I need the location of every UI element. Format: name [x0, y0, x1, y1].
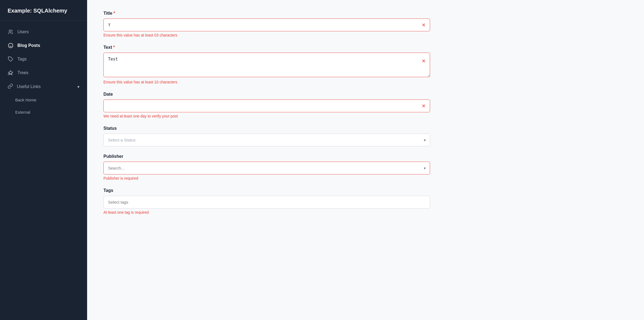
date-field-group: Date ✕ We need at least one day to verif…: [103, 92, 430, 118]
sidebar-item-useful-links-label: Useful Links: [17, 84, 41, 89]
tag-icon: [8, 56, 14, 62]
app-title: Example: SQLAlchemy: [0, 0, 87, 21]
date-clear-button[interactable]: ✕: [421, 103, 426, 109]
tree-icon: [8, 70, 14, 76]
title-label: Title *: [103, 11, 430, 16]
text-required-marker: *: [113, 45, 115, 50]
title-field-group: Title * ✕ Ensure this value has at least…: [103, 11, 430, 37]
title-input[interactable]: [103, 19, 430, 31]
sidebar-item-trees[interactable]: Trees: [0, 66, 87, 80]
date-input-wrapper: ✕: [103, 99, 430, 112]
blog-icon: [8, 43, 14, 49]
sidebar-item-external[interactable]: External: [0, 106, 87, 118]
svg-marker-5: [8, 71, 13, 75]
users-icon: [8, 29, 14, 35]
date-input[interactable]: [103, 99, 430, 112]
text-input[interactable]: Test: [103, 53, 430, 77]
publisher-field-group: Publisher ▾ Publisher is required: [103, 154, 430, 180]
text-error: Ensure this value has at least 10 charac…: [103, 80, 430, 84]
sidebar: Example: SQLAlchemy Users Blog Posts Tag…: [0, 0, 87, 320]
title-clear-button[interactable]: ✕: [421, 22, 426, 28]
status-select[interactable]: Select a Status: [103, 134, 430, 146]
text-clear-button[interactable]: ✕: [421, 58, 426, 64]
publisher-label: Publisher: [103, 154, 430, 159]
sidebar-item-tags[interactable]: Tags: [0, 52, 87, 66]
tags-input[interactable]: [103, 196, 430, 209]
sidebar-item-trees-label: Trees: [17, 70, 28, 75]
chevron-down-icon: ▾: [77, 84, 79, 89]
sidebar-item-tags-label: Tags: [17, 57, 27, 62]
publisher-error: Publisher is required: [103, 176, 430, 180]
status-label: Status: [103, 126, 430, 131]
form-section: Title * ✕ Ensure this value has at least…: [103, 11, 430, 215]
sidebar-item-back-home[interactable]: Back Home: [0, 94, 87, 106]
tags-error: At least one tag is required: [103, 210, 430, 215]
svg-point-1: [8, 43, 13, 48]
link-icon: [8, 83, 13, 90]
status-field-group: Status Select a Status ▾: [103, 126, 430, 146]
main-content: Title * ✕ Ensure this value has at least…: [87, 0, 644, 320]
text-input-wrapper: Test ✕: [103, 53, 430, 78]
sidebar-item-blog-posts[interactable]: Blog Posts: [0, 39, 87, 52]
sidebar-item-users-label: Users: [17, 29, 29, 34]
publisher-input-wrapper: ▾: [103, 162, 430, 174]
text-label: Text *: [103, 45, 430, 50]
sidebar-item-users[interactable]: Users: [0, 25, 87, 39]
tags-field-group: Tags At least one tag is required: [103, 188, 430, 215]
sidebar-item-blog-posts-label: Blog Posts: [17, 43, 40, 48]
date-error: We need at least one day to verify your …: [103, 114, 430, 118]
title-input-wrapper: ✕: [103, 19, 430, 31]
svg-point-0: [9, 30, 11, 32]
sidebar-nav: Users Blog Posts Tags Trees Useful Links: [0, 21, 87, 123]
publisher-search-input[interactable]: [103, 162, 430, 174]
title-error: Ensure this value has at least 03 charac…: [103, 33, 430, 37]
title-required-marker: *: [114, 11, 115, 16]
tags-label: Tags: [103, 188, 430, 193]
status-select-wrapper: Select a Status ▾: [103, 134, 430, 146]
text-field-group: Text * Test ✕ Ensure this value has at l…: [103, 45, 430, 84]
sidebar-item-useful-links[interactable]: Useful Links ▾: [0, 80, 87, 94]
date-label: Date: [103, 92, 430, 97]
sidebar-item-back-home-label: Back Home: [15, 98, 36, 102]
sidebar-item-external-label: External: [15, 110, 30, 114]
tags-input-wrapper: [103, 196, 430, 209]
